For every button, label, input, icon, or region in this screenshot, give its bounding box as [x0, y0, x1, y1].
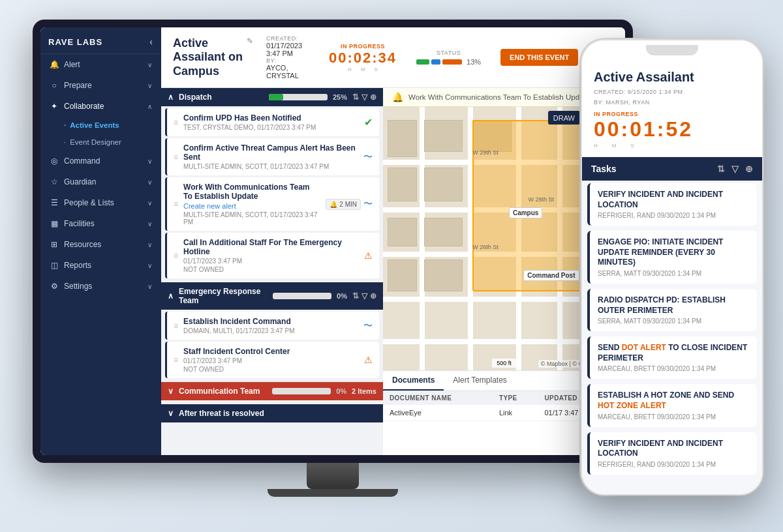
phone-task-1[interactable]: VERIFY INCIDENT AND INCIDENT LOCATION RE… [587, 183, 757, 226]
task-meta-hotline: 01/17/2023 3:47 PM [183, 258, 359, 265]
add-icon-dispatch[interactable]: ⊕ [370, 93, 376, 102]
sidebar-sub-item-active-events[interactable]: · Active Events [40, 117, 161, 134]
street-label-3: W 26th St [472, 244, 499, 250]
add-icon-phone[interactable]: ⊕ [745, 164, 753, 174]
task-item-confirm-upd[interactable]: ≡ Confirm UPD Has Been Notified TEST, CR… [165, 108, 379, 136]
street-label-2: W 28th St [529, 196, 555, 203]
section-header-communication[interactable]: ∨ Communication Team 0% 2 Items [161, 382, 383, 400]
map-block-2 [424, 120, 463, 151]
sidebar-item-settings[interactable]: ⚙ Settings ∨ [40, 276, 161, 297]
active-events-dot: · [64, 121, 66, 129]
filter-icon-dispatch[interactable]: ▽ [361, 93, 367, 102]
sidebar-toggle-icon[interactable]: ‹ [149, 37, 153, 47]
filter-icon-phone[interactable]: ▽ [731, 164, 739, 174]
task-item-confirm-alert[interactable]: ≡ Confirm Active Threat Campus Alert Has… [165, 138, 379, 175]
phone-task-6[interactable]: VERIFY INCIDENT AND INCIDENT LOCATION RE… [587, 432, 757, 475]
task-info-incident-command: Establish Incident Command DOMAIN, MULTI… [183, 317, 358, 334]
command-post-label: Command Post [523, 270, 579, 281]
section-header-dispatch[interactable]: ∧ Dispatch 25% ⇅ ▽ ⊕ [161, 88, 383, 106]
map-block-9 [424, 259, 463, 291]
sidebar-item-people-lists[interactable]: ☰ People & Lists ∨ [40, 192, 161, 213]
reports-icon: ◫ [50, 261, 59, 270]
sidebar-item-guardian[interactable]: ☆ Guardian ∨ [40, 171, 161, 192]
phone-task-title-2: ENGAGE PIO: INITIATE INCIDENT UPDATE REM… [598, 237, 749, 268]
sidebar-item-collaborate[interactable]: ✦ Collaborate ∧ [40, 96, 161, 117]
phone-task-2[interactable]: ENGAGE PIO: INITIATE INCIDENT UPDATE REM… [587, 231, 757, 284]
phone-task-meta-4: MARCEAU, BRETT 09/30/2020 1:34 PM [598, 365, 749, 372]
sidebar-item-reports-label: Reports [64, 261, 91, 270]
section-expand-icon-emergency: ∧ [168, 291, 174, 301]
phone-task-meta-3: SERRA, MATT 09/30/2020 1:34 PM [598, 318, 749, 325]
section-progress-dispatch [269, 94, 328, 100]
sidebar-item-command-label: Command [64, 156, 100, 166]
task-item-hotline[interactable]: ≡ Call In Additional Staff For The Emerg… [165, 233, 379, 278]
sidebar-item-command[interactable]: ◎ Command ∨ [40, 151, 161, 171]
phone-task-meta-6: REFRIGERI, RAND 09/30/2020 1:34 PM [598, 461, 749, 468]
task-item-control-center[interactable]: ≡ Staff Incident Control Center 01/17/20… [165, 342, 379, 378]
sort-icon-phone[interactable]: ⇅ [717, 164, 725, 174]
task-item-communications[interactable]: ≡ Work With Communications Team To Estab… [165, 177, 379, 231]
tab-documents[interactable]: Documents [383, 371, 444, 391]
task-status-wave-1: 〜 [363, 151, 373, 163]
sidebar-item-prepare[interactable]: ○ Prepare ∨ [40, 75, 161, 96]
drag-handle-icon-5: ≡ [174, 321, 178, 331]
facilities-icon: ▦ [50, 219, 59, 228]
timer-value-badge: 2 MIN [339, 201, 357, 208]
timer-units: H M S [348, 66, 378, 72]
phone-tasks-header: Tasks ⇅ ▽ ⊕ [582, 157, 762, 181]
collaborate-icon: ✦ [50, 102, 59, 111]
phone-in-progress-label: IN PROGRESS [594, 111, 750, 117]
section-header-emergency[interactable]: ∧ Emergency Response Team 0% ⇅ ▽ ⊕ [161, 282, 383, 310]
section-header-after-threat[interactable]: ∨ After threat is resolved [161, 404, 383, 422]
tab-alert-templates[interactable]: Alert Templates [444, 371, 515, 391]
create-alert-link[interactable]: Create new alert [183, 202, 236, 210]
status-seg-orange [442, 59, 462, 65]
sidebar-item-guardian-label: Guardian [64, 177, 96, 186]
task-title-confirm-alert: Confirm Active Threat Campus Alert Has B… [183, 143, 358, 162]
brand-name: RAVE LABS [48, 37, 102, 47]
task-info-control-center: Staff Incident Control Center 01/17/2023… [183, 347, 359, 373]
phone-task-title-3: RADIO DISPATCH PD: ESTABLISH OUTER PERIM… [598, 295, 749, 316]
phone-task-3[interactable]: RADIO DISPATCH PD: ESTABLISH OUTER PERIM… [587, 289, 757, 331]
sidebar-item-resources[interactable]: ⊞ Resources ∨ [40, 234, 161, 255]
section-title-dispatch: Dispatch [179, 93, 264, 102]
section-pct-emergency: 0% [337, 292, 347, 300]
created-block: CREATED: 01/17/2023 3:47 PM BY: AYCO, CR… [266, 35, 309, 80]
sidebar-item-facilities[interactable]: ▦ Facilities ∨ [40, 213, 161, 234]
task-item-incident-command[interactable]: ≡ Establish Incident Command DOMAIN, MUL… [165, 312, 379, 340]
status-seg-green [416, 59, 429, 65]
edit-title-icon[interactable]: ✎ [247, 37, 253, 46]
sidebar-logo: RAVE LABS ‹ [40, 27, 161, 54]
event-meta: CREATED: 01/17/2023 3:47 PM BY: AYCO, CR… [266, 35, 613, 80]
status-block: STATUS 13% [416, 50, 481, 66]
phone-notch [646, 45, 698, 55]
sidebar-item-settings-label: Settings [64, 282, 92, 291]
end-event-button[interactable]: END THIS EVENT [500, 49, 578, 66]
wave-icon-3: 〜 [363, 320, 373, 332]
filter-icon-emergency[interactable]: ▽ [361, 291, 367, 301]
task-info-communications: Work With Communications Team To Establi… [183, 183, 320, 226]
phone-task-title-4: SEND DOT ALERT TO CLOSE INCIDENT PERIMET… [598, 343, 749, 363]
task-timer-badge: 🔔 2 MIN [326, 199, 361, 210]
sort-icon-emergency[interactable]: ⇅ [352, 291, 359, 301]
monitor-screen: RAVE LABS ‹ 🔔 Alert ∨ ○ Prepare ∨ [40, 27, 625, 455]
task-title-incident-command: Establish Incident Command [183, 317, 358, 326]
campus-highlight [472, 120, 598, 291]
draw-button[interactable]: DRAW [548, 111, 580, 125]
body-split: ∧ Dispatch 25% ⇅ ▽ ⊕ [161, 88, 625, 455]
sort-icon-dispatch[interactable]: ⇅ [352, 93, 359, 102]
sidebar-sub-item-event-designer[interactable]: · Event Designer [40, 134, 161, 151]
add-icon-emergency[interactable]: ⊕ [370, 291, 376, 301]
resources-icon: ⊞ [50, 240, 59, 249]
section-expand-icon-after: ∨ [168, 409, 174, 418]
section-progress-bar-dispatch [269, 94, 284, 100]
task-link-create-alert: Create new alert [183, 202, 320, 210]
phone-task-4[interactable]: SEND DOT ALERT TO CLOSE INCIDENT PERIMET… [587, 336, 757, 379]
task-sub-meta-hotline: NOT OWNED [183, 266, 359, 273]
sidebar-item-alert[interactable]: 🔔 Alert ∨ [40, 54, 161, 75]
campus-label: Campus [509, 207, 542, 218]
alert-icon-task: ⚠ [364, 250, 373, 261]
phone-notch-area [582, 40, 762, 60]
sidebar-item-reports[interactable]: ◫ Reports ∨ [40, 255, 161, 276]
phone-task-5[interactable]: ESTABLISH A HOT ZONE AND SEND HOT ZONE A… [587, 384, 757, 426]
